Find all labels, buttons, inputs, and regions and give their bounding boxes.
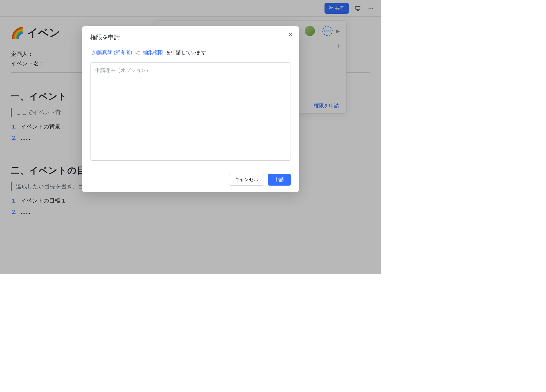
owner-link[interactable]: 加藤真琴 (所有者) xyxy=(92,50,132,55)
reason-textarea[interactable] xyxy=(90,62,291,161)
to-text: に xyxy=(135,50,140,55)
close-icon: ✕ xyxy=(288,31,293,38)
request-line: 加藤真琴 (所有者) に 編集権限 を申請しています xyxy=(92,49,289,56)
submit-button[interactable]: 申請 xyxy=(268,174,291,186)
modal-actions: キャンセル 申請 xyxy=(90,174,291,186)
tail-text: を申請しています xyxy=(166,50,206,55)
request-permission-modal: 権限を申請 ✕ 加藤真琴 (所有者) に 編集権限 を申請しています キャンセル… xyxy=(82,26,299,192)
close-button[interactable]: ✕ xyxy=(288,32,293,38)
permission-link[interactable]: 編集権限 xyxy=(143,50,163,55)
cancel-button[interactable]: キャンセル xyxy=(229,174,264,186)
modal-overlay[interactable]: 権限を申請 ✕ 加藤真琴 (所有者) に 編集権限 を申請しています キャンセル… xyxy=(0,0,381,274)
modal-title: 権限を申請 xyxy=(90,33,291,41)
